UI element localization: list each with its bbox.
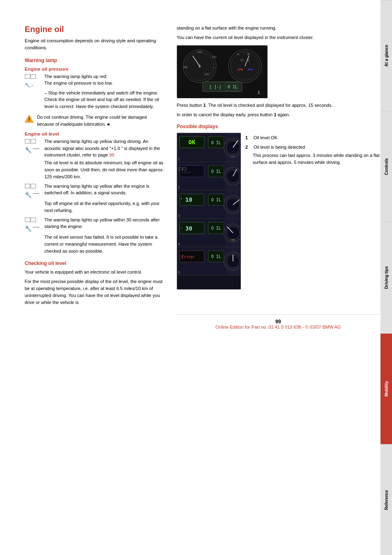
svg-text:----: ---- — [181, 170, 191, 174]
svg-text:30: 30 — [185, 225, 192, 232]
checking-text-2: For the most precise possible display of… — [25, 278, 164, 306]
svg-text:❄: ❄ — [247, 53, 250, 56]
oil-level-heading: Engine oil level — [25, 131, 164, 136]
page-wrapper: Engine oil Engine oil consumption depend… — [0, 0, 392, 555]
page-footer: 99 Online Edition for Part no. 01 41 0 0… — [177, 314, 380, 329]
intro-text: Engine oil consumption depends on drivin… — [25, 37, 164, 52]
tab-at-a-glance[interactable]: At a glance — [380, 0, 392, 111]
svg-text:2: 2 — [178, 185, 180, 189]
right-column: standing on a flat surface with the engi… — [177, 25, 380, 539]
numbered-item-1: 1 Oil level OK — [245, 134, 380, 141]
item-1-label: Oil level OK — [254, 134, 380, 141]
tab-reference[interactable]: Reference — [380, 444, 392, 555]
instrument-caption-2: In order to cancel the display early, pr… — [177, 111, 380, 118]
svg-text:1: 1 — [258, 90, 260, 95]
svg-text:220: 220 — [197, 51, 202, 53]
warning-lamp-heading: Warning lamp — [25, 58, 164, 63]
level-lamp-1-icon — [25, 139, 41, 145]
svg-text:O IL: O IL — [211, 254, 221, 259]
level-lamp-3-icon — [25, 217, 41, 224]
possible-displays-heading: Possible displays — [177, 124, 380, 129]
checking-oil-level-heading: Checking oil level — [25, 260, 164, 266]
item-2-label: Oil level is being detected — [254, 144, 380, 151]
numbered-list: 1 Oil level OK 2 Oil level is being dete… — [245, 133, 380, 290]
svg-rect-7 — [31, 139, 36, 143]
svg-text:O IL: O IL — [211, 226, 221, 230]
svg-text:[  ]-|: [ ]-| — [209, 85, 221, 90]
instrument-cluster-image: 220 140 — 240 360 0 H N — [177, 45, 267, 98]
level-text-3: The oil level sensor has failed. It is n… — [44, 234, 164, 255]
svg-text:–: – — [180, 226, 182, 230]
oil-level-lamp-icon-2: 🔧 — [25, 190, 41, 199]
tab-controls[interactable]: Controls — [380, 111, 392, 222]
svg-text:OK: OK — [231, 155, 235, 158]
pressure-indent-text: – Stop the vehicle immediately and switc… — [44, 90, 164, 110]
svg-text:4: 4 — [178, 242, 180, 246]
possible-displays-container: OK O IL OK 1 — [177, 133, 380, 290]
level-bullet-2-text: The warning lamp lights up yellow after … — [44, 183, 164, 196]
svg-text:☀: ☀ — [237, 53, 240, 56]
page-ref-99[interactable]: 99 — [109, 152, 114, 157]
svg-text:5: 5 — [178, 270, 180, 274]
svg-text:OK: OK — [231, 239, 235, 241]
svg-text:1: 1 — [178, 157, 180, 161]
item-1-num: 1 — [245, 134, 252, 141]
svg-text:OK: OK — [189, 139, 196, 145]
svg-text:O IL: O IL — [228, 85, 238, 89]
svg-text:—: — — [213, 66, 216, 69]
instrument-caption: Press button 1. The oil level is checked… — [177, 102, 380, 109]
main-content: Engine oil Engine oil consumption depend… — [0, 0, 392, 555]
instrument-svg: 220 140 — 240 360 0 H N — [177, 46, 267, 98]
oil-level-lamp-icon-1: 🔧 — [25, 145, 41, 154]
svg-text:360: 360 — [183, 66, 188, 69]
svg-text:O IL: O IL — [211, 169, 221, 174]
oil-pressure-heading: Engine oil pressure — [25, 67, 164, 71]
level-text-2: Top off engine oil at the earliest oppor… — [44, 200, 164, 214]
level-text-1: The oil level is at its absolute minimum… — [44, 159, 164, 180]
svg-text:🔧: 🔧 — [25, 147, 32, 154]
displays-svg: OK O IL OK 1 — [177, 133, 241, 289]
item-2-num: 2 — [245, 144, 252, 151]
tab-mobility[interactable]: Mobility — [380, 333, 392, 444]
level-bullet-3-text: The warning lamp lights up yellow within… — [44, 216, 164, 230]
numbered-item-2: 2 Oil level is being detected — [245, 144, 380, 151]
warning-text: Do not continue driving. The engine coul… — [37, 114, 164, 127]
continued-text: standing on a flat surface with the engi… — [177, 25, 380, 32]
level-lamp-2-icon — [25, 184, 41, 190]
possible-displays-image: OK O IL OK 1 — [177, 133, 240, 290]
level-bullet-1: 🔧 The warning lamp lights up yellow duri… — [25, 138, 164, 159]
svg-text:140: 140 — [212, 55, 217, 58]
svg-text:🔧: 🔧 — [25, 191, 32, 198]
svg-rect-10 — [25, 184, 30, 188]
oil-level-lamp-icon-3: 🔧 — [25, 224, 41, 233]
svg-text:⚠: ⚠ — [30, 83, 34, 88]
svg-rect-11 — [31, 184, 36, 188]
svg-text:🔧: 🔧 — [25, 82, 30, 88]
svg-text:Error: Error — [181, 254, 195, 260]
svg-rect-0 — [25, 74, 30, 78]
item-2-sub: This process can last approx. 3 minutes … — [253, 152, 380, 166]
side-tabs: At a glance Controls Driving tips Mobili… — [380, 0, 392, 555]
svg-text:O IL: O IL — [211, 140, 221, 145]
svg-text:10: 10 — [185, 196, 192, 203]
svg-text:O IL: O IL — [211, 198, 221, 202]
svg-rect-1 — [31, 74, 36, 78]
page-number: 99 — [177, 319, 380, 325]
svg-text:240: 240 — [204, 73, 209, 76]
svg-text:3: 3 — [178, 214, 180, 218]
level-bullet-3: 🔧 The warning lamp lights up yellow with… — [25, 216, 164, 233]
checking-text-1: Your vehicle is equipped with an electro… — [25, 269, 164, 276]
svg-text:H: H — [241, 58, 243, 62]
svg-text:+: + — [180, 197, 182, 200]
tab-driving-tips[interactable]: Driving tips — [380, 222, 392, 333]
level-bullet-1-text: The warning lamp lights up yellow during… — [44, 138, 164, 159]
pressure-bullet-1: 🔧 ⚠ The warning lamp lights up red: The … — [25, 73, 164, 89]
left-column: Engine oil Engine oil consumption depend… — [25, 25, 164, 539]
warning-box: ! Do not continue driving. The engine co… — [25, 114, 164, 127]
footer-text: Online Edition for Part no. 01 41 0 013 … — [177, 325, 380, 329]
svg-text:!: ! — [28, 117, 30, 122]
svg-rect-15 — [31, 218, 36, 222]
pressure-bullet-1-text: The warning lamp lights up red: The engi… — [44, 73, 164, 87]
warning-lamp-red-icon — [25, 74, 41, 81]
display-text: You can have the current oil level displ… — [177, 34, 380, 41]
